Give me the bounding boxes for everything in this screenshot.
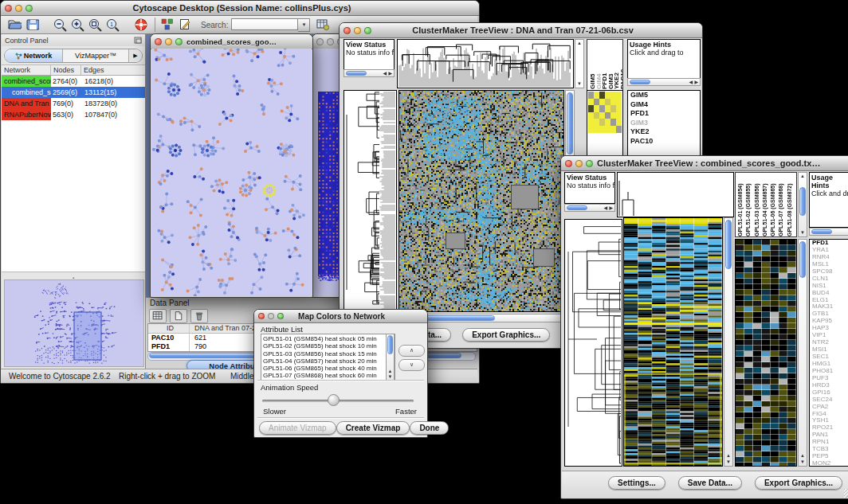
tv2-zoom-heatmap[interactable]	[735, 239, 797, 467]
window-controls[interactable]	[1, 5, 37, 12]
tv2-collabel-scrollbar[interactable]: ▲▼	[798, 172, 807, 237]
gene-label[interactable]: GIM4	[628, 100, 700, 110]
search-input[interactable]	[231, 18, 298, 30]
float-panel-icon[interactable]	[134, 37, 142, 44]
window-controls[interactable]	[151, 38, 186, 45]
import-table-icon[interactable]	[315, 18, 332, 32]
zoom-in-icon[interactable]	[69, 18, 87, 32]
attribute-item[interactable]: GPL51-04 (GSM857) heat shock 20 min	[263, 357, 393, 365]
attribute-item[interactable]: GPL51-02 (GSM855) heat shock 10 min	[263, 342, 393, 350]
tab-network[interactable]: Network	[5, 49, 63, 62]
tv2-zoom-vscrollbar[interactable]: ▲▼	[798, 239, 807, 467]
open-icon[interactable]	[6, 18, 22, 32]
tv1-status-scrollbar[interactable]: ◀▶	[344, 69, 395, 77]
minimize-icon[interactable]	[575, 160, 583, 167]
done-button[interactable]: Done	[410, 421, 449, 435]
tv1-heatmap[interactable]	[398, 90, 564, 312]
import-table-icon[interactable]	[315, 18, 331, 32]
tab-vizmapper[interactable]: VizMapper™	[63, 49, 129, 62]
export-graphics-button[interactable]: Export Graphics...	[755, 476, 842, 490]
network-row[interactable]: RNAPuberNov2+563(0)107847(0)	[2, 109, 145, 120]
window-controls[interactable]	[561, 160, 597, 167]
close-icon[interactable]	[155, 38, 162, 45]
tv2-heatmap[interactable]	[623, 217, 723, 467]
animate-vizmap-button[interactable]: Animate Vizmap	[259, 421, 336, 435]
tab-overflow-arrow[interactable]: ▶	[129, 49, 142, 62]
gene-label[interactable]: PAC10	[628, 137, 700, 147]
minimize-icon[interactable]	[15, 5, 22, 12]
attribute-item[interactable]: GPL51-03 (GSM856) heat shock 15 min	[263, 350, 393, 357]
zoom-actual-icon[interactable]: 1	[104, 18, 122, 32]
vizmapper-icon[interactable]	[159, 18, 177, 32]
zoom-in-icon[interactable]	[69, 18, 85, 32]
save-data-button[interactable]: Save Data...	[678, 476, 742, 490]
network-window-1-titlebar[interactable]: combined_scores_good.txt--cluste...	[151, 34, 312, 49]
close-icon[interactable]	[5, 5, 12, 12]
zoom-window-icon[interactable]	[586, 160, 593, 167]
attribute-grid-icon[interactable]	[151, 311, 164, 322]
dialog-titlebar[interactable]: Map Colors to Network	[254, 310, 427, 323]
zoom-window-icon[interactable]	[26, 5, 33, 12]
tv2-status-scrollbar[interactable]: ◀▶	[564, 204, 615, 212]
gene-label[interactable]: PFD1	[628, 109, 700, 119]
annotation-icon[interactable]	[177, 18, 194, 32]
settings-button[interactable]: Settings...	[608, 476, 665, 490]
zoom-out-icon[interactable]	[52, 18, 68, 32]
new-attribute-icon[interactable]	[172, 311, 185, 322]
zoom-window-icon[interactable]	[364, 27, 371, 34]
search-dropdown-icon[interactable]: ▼	[298, 18, 310, 32]
open-icon[interactable]	[6, 18, 23, 32]
tv1-row-dendrogram[interactable]	[344, 90, 397, 312]
move-down-button[interactable]: ∨	[398, 359, 425, 371]
attribute-grid-icon[interactable]	[149, 309, 167, 323]
move-up-button[interactable]: ∧	[398, 345, 425, 357]
delete-attribute-icon[interactable]	[190, 309, 208, 323]
birdseye-view[interactable]	[4, 279, 144, 367]
network-canvas-1[interactable]	[151, 49, 312, 296]
zoom-selected-icon[interactable]	[87, 18, 104, 32]
tv2-gene-list[interactable]: PFD1YRA1RNR4MSL1SPC98CLN1NIS1BUD4ELG1MAK…	[809, 239, 848, 467]
attribute-item[interactable]: GPL51-01 (GSM854) heat shock 05 min	[263, 335, 393, 342]
minimize-icon[interactable]	[165, 38, 172, 45]
network-row[interactable]: combined_sco2569(6)13112(15)	[2, 87, 145, 98]
gene-label[interactable]: YKE2	[628, 127, 700, 137]
tv1-correlation-matrix[interactable]	[587, 91, 622, 134]
tv1-mini-scrollbar[interactable]: ▲▼	[575, 39, 584, 88]
save-icon[interactable]	[23, 18, 41, 32]
gene-label[interactable]: MON2	[810, 460, 848, 467]
resize-grip[interactable]	[844, 489, 848, 498]
save-icon[interactable]	[23, 18, 39, 32]
help-icon[interactable]	[133, 18, 149, 32]
gene-label[interactable]: GIM3	[628, 119, 700, 128]
network-row[interactable]: DNA and Tran 07769(0)183728(0)	[2, 98, 145, 109]
attribute-list-scrollbar[interactable]: ▲▼	[386, 334, 395, 381]
attribute-listbox[interactable]: GPL51-01 (GSM854) heat shock 05 minGPL51…	[261, 334, 395, 381]
close-icon[interactable]	[344, 27, 351, 34]
tv2-top-dendrogram[interactable]	[617, 172, 734, 217]
treeview2-titlebar[interactable]: ClusterMaker TreeView : combined_scores_…	[561, 156, 848, 171]
treeview1-titlebar[interactable]: ClusterMaker TreeView : DNA and Tran 07-…	[340, 23, 702, 38]
gene-label[interactable]: GIM5	[628, 91, 700, 100]
close-icon[interactable]	[258, 313, 265, 319]
tv1-top-dendrogram[interactable]	[397, 39, 574, 88]
help-icon[interactable]	[133, 18, 151, 32]
zoom-window-icon[interactable]	[175, 38, 183, 45]
delete-attribute-icon[interactable]	[193, 311, 206, 322]
minimize-icon[interactable]	[354, 27, 361, 34]
zoom-selected-icon[interactable]	[87, 18, 103, 32]
annotation-icon[interactable]	[177, 18, 193, 32]
create-vizmap-button[interactable]: Create Vizmap	[336, 421, 410, 435]
zoom-out-icon[interactable]	[52, 18, 69, 32]
export-graphics-button[interactable]: Export Graphics...	[462, 328, 550, 342]
attribute-item[interactable]: GPL51-06 (GSM865) heat shock 40 min	[263, 365, 393, 372]
attribute-item[interactable]: GPL51-07 (GSM868) heat shock 60 min	[263, 372, 393, 379]
close-icon[interactable]	[565, 160, 572, 167]
network-row[interactable]: combined_scores_2764(0)16218(0)	[2, 76, 145, 87]
tv1-usage-scrollbar[interactable]: ◀▶	[627, 78, 701, 86]
main-titlebar[interactable]: Cytoscape Desktop (Session Name: collins…	[1, 1, 479, 16]
new-attribute-icon[interactable]	[170, 309, 187, 323]
tv2-usage-scrollbar[interactable]	[809, 228, 848, 236]
vizmapper-icon[interactable]	[159, 18, 175, 32]
zoom-actual-icon[interactable]: 1	[104, 18, 120, 32]
tv2-heatmap-vscrollbar[interactable]: ▲▼	[724, 217, 733, 467]
